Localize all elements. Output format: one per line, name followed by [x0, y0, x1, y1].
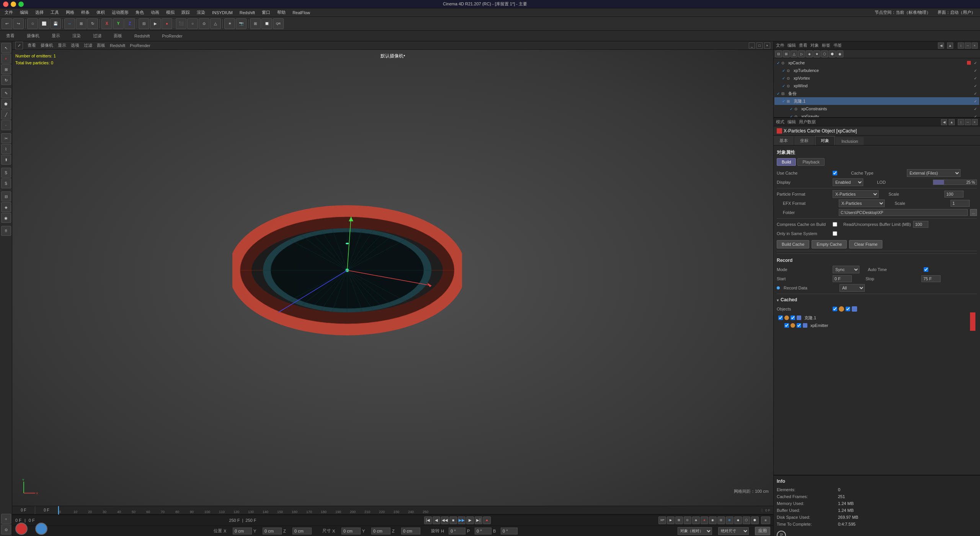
sculpt-tool[interactable]: ◉	[1, 213, 11, 223]
coord-type-select[interactable]: 绝对尺寸 相对尺寸	[718, 527, 749, 535]
ptab-coords[interactable]: 坐标	[794, 136, 814, 145]
close-button[interactable]	[3, 2, 8, 7]
ptab-basic[interactable]: 基本	[774, 136, 794, 145]
s2-tool[interactable]: S	[1, 178, 11, 188]
scale-button[interactable]: ⊞	[76, 18, 87, 29]
qr-button[interactable]: QR	[273, 18, 284, 29]
vp-tab-redshift[interactable]: Redshift	[110, 43, 125, 48]
auto-time-checkbox[interactable]	[924, 267, 928, 272]
menu-select[interactable]: 选择	[32, 9, 47, 16]
props-collapse[interactable]: ↔	[965, 119, 971, 125]
cached-emitter-cb2[interactable]	[797, 323, 801, 328]
floor-tool[interactable]: ⊟	[1, 191, 11, 201]
display-select[interactable]: Enabled Disabled	[833, 178, 863, 186]
sphere-button[interactable]: ○	[187, 18, 198, 29]
empty-cache-button[interactable]: Empty Cache	[812, 240, 847, 248]
light-button[interactable]: ☀	[224, 18, 235, 29]
vp-tab-camera[interactable]: 摄像机	[41, 42, 53, 48]
mode-select[interactable]: Sync Async	[833, 266, 859, 273]
point-tool[interactable]: ·	[1, 120, 11, 130]
props-menu-edit[interactable]: 编辑	[787, 119, 796, 125]
extrude-tool[interactable]: ⬆	[1, 155, 11, 165]
build-cache-button[interactable]: Build Cache	[777, 240, 809, 248]
vp-tab-view[interactable]: 查看	[28, 42, 36, 48]
xp-button9[interactable]: ⊛	[726, 516, 733, 524]
circle-tool[interactable]: ○	[1, 514, 11, 524]
rotate-tool[interactable]: ↻	[1, 75, 11, 85]
menu-realflow[interactable]: RealFlow	[289, 10, 313, 16]
vp-maximize[interactable]: □	[756, 42, 763, 49]
play-forward-button[interactable]: ▶▶	[458, 516, 466, 524]
grid-button[interactable]: ⊞	[250, 18, 261, 29]
snap-button[interactable]: 🔲	[261, 18, 272, 29]
vp-tab-panel[interactable]: 面板	[97, 42, 105, 48]
xp-button3[interactable]: ⊞	[675, 516, 683, 524]
cube-button[interactable]: ⬛	[176, 18, 186, 29]
compress-checkbox[interactable]	[833, 222, 837, 227]
start-input[interactable]	[833, 275, 852, 282]
coord-mode-select[interactable]: 对象（相对） 世界	[678, 527, 712, 535]
scene-close[interactable]: ×	[972, 42, 978, 49]
axis-z[interactable]: Z	[124, 18, 135, 29]
scale2-input[interactable]	[951, 200, 970, 207]
scene-item-xpcache[interactable]: ✓ ⊙ xpCache ✓	[774, 59, 979, 67]
magnet-tool[interactable]: ⊙	[1, 525, 11, 534]
rot-b-input[interactable]	[501, 528, 518, 534]
scene-tb-3[interactable]: △	[791, 51, 797, 57]
apply-button[interactable]: 应用	[755, 527, 770, 535]
tab-prorender[interactable]: ProRender	[159, 33, 185, 39]
select-tool[interactable]: ↖	[1, 43, 11, 53]
menu-insydium[interactable]: INSYDIUM	[209, 10, 236, 16]
cylinder-button[interactable]: ⊙	[199, 18, 209, 29]
folder-browse-button[interactable]: …	[970, 209, 977, 216]
props-close[interactable]: ×	[972, 119, 978, 125]
cached-clone1-cb2[interactable]	[791, 315, 795, 320]
props-expand[interactable]: ↕	[958, 119, 964, 125]
scale-tool[interactable]: ⊞	[1, 64, 11, 74]
scene-item-backup[interactable]: ✓ ⊟ 备份 ✓	[774, 90, 979, 97]
tab-display[interactable]: 显示	[49, 32, 63, 39]
new-button[interactable]: ☆	[27, 18, 38, 29]
viewport-canvas[interactable]: Number of emitters: 1 Total live particl…	[12, 50, 773, 506]
record-data-select[interactable]: All Position	[840, 284, 865, 292]
menu-edit[interactable]: 编辑	[17, 9, 31, 16]
timeline-extra[interactable]: ≡	[761, 516, 770, 524]
redo-button[interactable]: ↪	[13, 18, 24, 29]
stop-input[interactable]	[921, 275, 941, 282]
scene-tb-7[interactable]: ⬡	[821, 51, 828, 57]
knife-tool[interactable]: ✂	[1, 133, 11, 143]
stop-button[interactable]: ■	[449, 516, 457, 524]
vp-tab-display[interactable]: 显示	[58, 42, 66, 48]
ptab-object[interactable]: 对象	[815, 136, 835, 145]
vp-tab-prorender[interactable]: ProRender	[130, 43, 150, 48]
info-logo[interactable]: ℙ	[777, 531, 786, 536]
pos-y-input[interactable]	[263, 528, 282, 534]
lod-slider[interactable]: 25 %	[933, 180, 977, 185]
pos-x-input[interactable]	[233, 528, 252, 534]
scene-item-clone1[interactable]: ✓ ⊞ 克隆.1 ✓	[774, 97, 979, 105]
scene-menu-file[interactable]: 文件	[776, 42, 784, 48]
scene-tb-4[interactable]: ▷	[798, 51, 805, 57]
menu-tools[interactable]: 工具	[47, 9, 62, 16]
menu-body[interactable]: 体积	[93, 9, 108, 16]
scene-tb-8[interactable]: ⬢	[829, 51, 836, 57]
scene-item-xpconstraints[interactable]: ✓ ⊙ xpConstraints ✓	[774, 105, 979, 113]
material-mat1[interactable]	[35, 523, 47, 535]
tab-redshift[interactable]: Redshift	[131, 33, 153, 39]
maximize-button[interactable]	[18, 2, 24, 7]
scene-item-xpgravity[interactable]: ✓ ⊙ xpGravity ✓	[774, 113, 979, 118]
material-mat[interactable]	[15, 523, 28, 535]
go-end-button[interactable]: ▶|	[475, 516, 482, 524]
only-same-system-checkbox[interactable]	[833, 231, 837, 236]
xp-button6[interactable]: ●	[701, 516, 708, 524]
scene-item-xpwind[interactable]: ✓ ⊙ xpWind ✓	[774, 82, 979, 90]
scene-tb-1[interactable]: ⊟	[775, 51, 782, 57]
cached-cb2[interactable]	[846, 307, 850, 311]
cached-cb1[interactable]	[833, 307, 837, 311]
minimize-button[interactable]	[11, 2, 16, 7]
cache-type-select[interactable]: External (Files) Internal	[907, 169, 960, 177]
menu-motion[interactable]: 运动图形	[109, 9, 132, 16]
props-nav-up[interactable]: ▲	[949, 119, 955, 125]
go-start-button[interactable]: |◀	[424, 516, 432, 524]
tab-view[interactable]: 查看	[3, 32, 18, 39]
